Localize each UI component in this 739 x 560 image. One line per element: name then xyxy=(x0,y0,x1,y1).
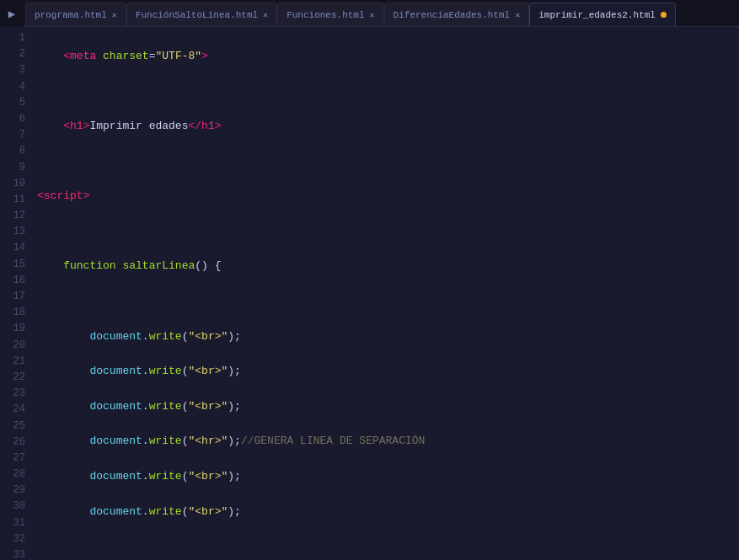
tab-label: programa.html xyxy=(35,10,107,20)
code-line-4 xyxy=(37,153,739,171)
close-icon[interactable]: ✕ xyxy=(112,10,117,20)
code-line-5: <script> xyxy=(37,188,739,205)
code-content[interactable]: <meta charset="UTF-8"> <h1>Imprimir edad… xyxy=(32,27,739,560)
tab-bar: ▶ programa.html ✕ FunciónSaltoLinea.html… xyxy=(0,0,739,27)
code-line-13: document.write("<br>"); xyxy=(37,468,739,486)
modified-dot xyxy=(661,12,667,18)
code-line-11: document.write("<br>"); xyxy=(37,398,739,416)
code-line-12: document.write("<hr>");//GENERA LINEA DE… xyxy=(37,433,739,451)
tab-label: DiferenciaEdades.html xyxy=(394,10,511,20)
code-line-9: document.write("<br>"); xyxy=(37,328,739,346)
line-numbers: 1 2 3 4 5 6 7 8 9 10 11 12 13 14 15 16 1… xyxy=(0,27,32,560)
tab-imprimir-edades2[interactable]: imprimir_edades2.html xyxy=(529,3,676,26)
code-line-6 xyxy=(37,223,739,241)
tab-funciones[interactable]: Funciones.html ✕ xyxy=(277,3,383,26)
code-line-7: function saltarLinea() { xyxy=(37,258,739,275)
tab-label: Funciones.html xyxy=(286,10,364,20)
code-line-2 xyxy=(37,83,739,100)
tab-diferencia[interactable]: DiferenciaEdades.html ✕ xyxy=(384,3,530,26)
close-icon[interactable]: ✕ xyxy=(263,10,268,20)
panel-toggle-icon[interactable]: ▶ xyxy=(0,0,24,27)
code-editor[interactable]: 1 2 3 4 5 6 7 8 9 10 11 12 13 14 15 16 1… xyxy=(0,27,739,560)
close-icon[interactable]: ✕ xyxy=(370,10,375,20)
code-line-14: document.write("<br>"); xyxy=(37,504,739,521)
code-line-3: <h1>Imprimir edades</h1> xyxy=(37,118,739,136)
code-line-1: <meta charset="UTF-8"> xyxy=(37,48,739,66)
tab-label: imprimir_edades2.html xyxy=(538,10,656,20)
tab-label: FunciónSaltoLinea.html xyxy=(136,10,258,20)
code-line-10: document.write("<br>"); xyxy=(37,363,739,381)
code-line-8 xyxy=(37,293,739,311)
tab-funcion-salto[interactable]: FunciónSaltoLinea.html ✕ xyxy=(126,3,277,26)
close-icon[interactable]: ✕ xyxy=(515,10,520,20)
code-line-15 xyxy=(37,538,739,556)
tab-programa[interactable]: programa.html ✕ xyxy=(25,3,126,26)
